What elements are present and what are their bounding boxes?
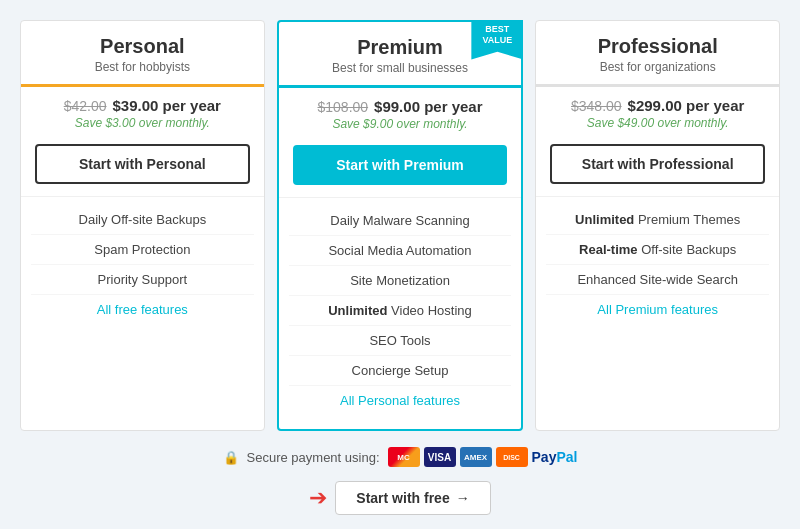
plan-features-premium: Daily Malware ScanningSocial Media Autom… xyxy=(279,197,522,429)
plan-pricing-personal: $42.00 $39.00 per year Save $3.00 over m… xyxy=(21,87,264,136)
plan-features-professional: Unlimited Premium Themes Real-time Off-s… xyxy=(536,196,779,338)
start-free-label: Start with free xyxy=(356,490,449,506)
feature-item: Unlimited Premium Themes xyxy=(546,205,769,235)
plan-card-premium: BEST VALUE Premium Best for small busine… xyxy=(277,20,524,431)
visa-icon: VISA xyxy=(424,447,456,467)
feature-link-item[interactable]: All free features xyxy=(31,295,254,324)
amex-icon: AMEX xyxy=(460,447,492,467)
plan-features-personal: Daily Off-site BackupsSpam ProtectionPri… xyxy=(21,196,264,338)
feature-link-item[interactable]: All Premium features xyxy=(546,295,769,324)
feature-item: Daily Off-site Backups xyxy=(31,205,254,235)
price-current-professional: $299.00 per year xyxy=(628,97,745,114)
plan-cta-premium: Start with Premium xyxy=(279,137,522,197)
feature-item: Unlimited Video Hosting xyxy=(289,296,512,326)
start-free-button[interactable]: Start with free → xyxy=(335,481,490,515)
plan-header-personal: Personal Best for hobbyists xyxy=(21,21,264,87)
cta-button-personal[interactable]: Start with Personal xyxy=(35,144,250,184)
plan-pricing-premium: $108.00 $99.00 per year Save $9.00 over … xyxy=(279,88,522,137)
cta-button-premium[interactable]: Start with Premium xyxy=(293,145,508,185)
free-arrow-icon: → xyxy=(456,490,470,506)
plan-pricing-professional: $348.00 $299.00 per year Save $49.00 ove… xyxy=(536,87,779,136)
price-current-personal: $39.00 per year xyxy=(113,97,221,114)
price-original-premium: $108.00 xyxy=(317,99,368,115)
price-original-professional: $348.00 xyxy=(571,98,622,114)
plan-header-professional: Professional Best for organizations xyxy=(536,21,779,87)
price-save-personal: Save $3.00 over monthly. xyxy=(31,116,254,130)
feature-item: Site Monetization xyxy=(289,266,512,296)
red-arrow-icon: ➔ xyxy=(309,485,327,511)
pricing-plans: Personal Best for hobbyists $42.00 $39.0… xyxy=(20,20,780,431)
feature-link[interactable]: All Premium features xyxy=(597,302,718,317)
cta-button-professional[interactable]: Start with Professional xyxy=(550,144,765,184)
payment-icons: MC VISA AMEX DISC PayPal xyxy=(388,447,578,467)
price-save-premium: Save $9.00 over monthly. xyxy=(289,117,512,131)
plan-tagline-personal: Best for hobbyists xyxy=(31,60,254,74)
feature-item: Social Media Automation xyxy=(289,236,512,266)
plan-name-professional: Professional xyxy=(546,35,769,58)
feature-item: Real-time Off-site Backups xyxy=(546,235,769,265)
price-save-professional: Save $49.00 over monthly. xyxy=(546,116,769,130)
plan-name-personal: Personal xyxy=(31,35,254,58)
secure-payment-label: Secure payment using: xyxy=(247,450,380,465)
plan-tagline-professional: Best for organizations xyxy=(546,60,769,74)
plan-card-personal: Personal Best for hobbyists $42.00 $39.0… xyxy=(20,20,265,431)
feature-link[interactable]: All Personal features xyxy=(340,393,460,408)
feature-item: Daily Malware Scanning xyxy=(289,206,512,236)
feature-item: Spam Protection xyxy=(31,235,254,265)
lock-icon: 🔒 xyxy=(223,450,239,465)
mastercard-icon: MC xyxy=(388,447,420,467)
feature-item: SEO Tools xyxy=(289,326,512,356)
feature-link[interactable]: All free features xyxy=(97,302,188,317)
feature-item: Priority Support xyxy=(31,265,254,295)
feature-link-item[interactable]: All Personal features xyxy=(289,386,512,415)
price-current-premium: $99.00 per year xyxy=(374,98,482,115)
price-original-personal: $42.00 xyxy=(64,98,107,114)
discover-icon: DISC xyxy=(496,447,528,467)
paypal-icon: PayPal xyxy=(532,449,578,465)
plan-cta-professional: Start with Professional xyxy=(536,136,779,196)
plan-cta-personal: Start with Personal xyxy=(21,136,264,196)
free-cta-row: ➔ Start with free → xyxy=(309,481,490,515)
feature-item: Enhanced Site-wide Search xyxy=(546,265,769,295)
secure-payment-row: 🔒 Secure payment using: MC VISA AMEX DIS… xyxy=(223,447,578,467)
plan-card-professional: Professional Best for organizations $348… xyxy=(535,20,780,431)
arrow-container: ➔ xyxy=(309,485,327,511)
feature-item: Concierge Setup xyxy=(289,356,512,386)
plan-tagline-premium: Best for small businesses xyxy=(289,61,512,75)
